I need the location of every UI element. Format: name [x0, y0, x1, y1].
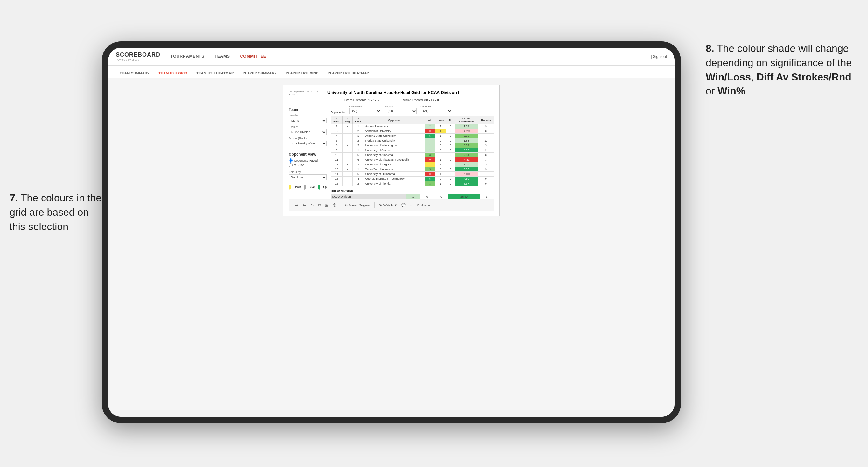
- table-row: 9 - 1 University of Arizona 1 0 0 9.00 2: [331, 148, 494, 153]
- last-updated-text: Last Updated: 27/03/2024: [288, 90, 318, 93]
- watch-btn[interactable]: 👁 Watch ▼: [379, 203, 398, 207]
- cell-loss: 1: [435, 124, 446, 129]
- cell-tie: 0: [446, 124, 455, 129]
- cell-conf: 2: [352, 143, 364, 148]
- cell-rank: 13: [331, 167, 343, 172]
- cell-win: 2: [425, 124, 435, 129]
- ood-rounds: 3: [480, 194, 494, 199]
- school-select[interactable]: 1. University of Nort...: [288, 141, 327, 146]
- cell-tie: 0: [446, 177, 455, 181]
- cell-win: 0: [425, 129, 435, 134]
- copy-icon[interactable]: ⧉: [318, 202, 321, 208]
- grid-icon[interactable]: ⊞: [325, 203, 329, 208]
- sign-out[interactable]: | Sign out: [651, 54, 667, 59]
- table-row: 11 - 6 University of Arkansas, Fayettevi…: [331, 157, 494, 162]
- legend-level-label: Level: [309, 185, 316, 189]
- cell-diff: 1.67: [455, 124, 478, 129]
- cell-rounds: 9: [478, 181, 494, 186]
- view-original-btn[interactable]: ⊙ View: Original: [345, 203, 371, 207]
- cell-conf: 2: [352, 138, 364, 143]
- table-row: 12 - 3 University of Virginia 1 2 0 2.33…: [331, 162, 494, 167]
- colour-by-select[interactable]: Win/Loss: [288, 174, 327, 180]
- redo-icon[interactable]: ↪: [303, 203, 306, 208]
- conference-select[interactable]: (All): [349, 108, 381, 114]
- cell-reg: -: [343, 181, 352, 186]
- table-row: 15 - 4 Georgia Institute of Technology 5…: [331, 177, 494, 181]
- th-opponent: Opponent: [364, 116, 425, 124]
- refresh-icon[interactable]: ↻: [310, 203, 314, 208]
- cell-conf: 3: [352, 162, 364, 167]
- nav-teams[interactable]: TEAMS: [214, 54, 230, 59]
- cell-opponent: Vanderbilt University: [364, 129, 425, 134]
- cell-loss: 0: [435, 177, 446, 181]
- cell-loss: 0: [435, 143, 446, 148]
- cell-tie: 0: [446, 181, 455, 186]
- cell-loss: 0: [435, 153, 446, 157]
- cell-rounds: 3: [478, 162, 494, 167]
- subnav-player-summary[interactable]: PLAYER SUMMARY: [239, 69, 281, 78]
- content-wrapper: Team Gender Men's Division NCAA Division…: [288, 105, 494, 199]
- cell-reg: -: [343, 124, 352, 129]
- main-content: Last Updated: 27/03/2024 16:55:38 Univer…: [108, 78, 675, 417]
- subnav-team-h2h-grid[interactable]: TEAM H2H GRID: [155, 69, 191, 78]
- cell-rank: 9: [331, 148, 343, 153]
- undo-icon[interactable]: ↩: [295, 203, 299, 208]
- logo-text: SCOREBOARD: [116, 52, 160, 58]
- cell-reg: -: [343, 153, 352, 157]
- cell-diff: 5.56: [455, 167, 478, 172]
- view-icon: ⊙: [345, 203, 348, 207]
- cell-tie: 0: [446, 167, 455, 172]
- cell-conf: 2: [352, 129, 364, 134]
- th-reg: #Reg: [343, 116, 352, 124]
- cell-rank: 8: [331, 143, 343, 148]
- cell-tie: 0: [446, 157, 455, 162]
- nav-committee[interactable]: COMMITTEE: [240, 54, 266, 59]
- cell-win: 5: [425, 134, 435, 138]
- cell-loss: 0: [435, 148, 446, 153]
- cell-tie: 0: [446, 143, 455, 148]
- cell-rank: 14: [331, 172, 343, 177]
- cell-rank: 6: [331, 138, 343, 143]
- region-select[interactable]: (All): [385, 108, 417, 114]
- subnav-team-summary[interactable]: TEAM SUMMARY: [116, 69, 153, 78]
- cell-opponent: University of Florida: [364, 181, 425, 186]
- cell-conf: 6: [352, 157, 364, 162]
- subnav-player-h2h-grid[interactable]: PLAYER H2H GRID: [282, 69, 323, 78]
- clock-icon[interactable]: ⏱: [333, 203, 337, 208]
- bottom-toolbar: ↩ ↪ ↻ ⧉ ⊞ ⏱ ⊙ View: Original 👁 Watch ▼: [288, 199, 494, 211]
- cell-rounds: 9: [478, 124, 494, 129]
- cell-rounds: 9: [478, 167, 494, 172]
- cell-rounds: 2: [478, 148, 494, 153]
- subnav-player-h2h-heatmap[interactable]: PLAYER H2H HEATMAP: [324, 69, 373, 78]
- grid-options-btn[interactable]: ⊞: [409, 203, 412, 207]
- tablet-frame: SCOREBOARD Powered by clippd TOURNAMENTS…: [102, 41, 681, 423]
- cell-reg: -: [343, 162, 352, 167]
- th-tie: Tie: [446, 116, 455, 124]
- share-icon: ↗: [416, 203, 419, 207]
- cell-rank: 2: [331, 124, 343, 129]
- division-select[interactable]: NCAA Division I: [288, 129, 327, 135]
- table-row: 10 - 5 University of Alabama 3 0 0 2.61 …: [331, 153, 494, 157]
- cell-win: 3: [425, 153, 435, 157]
- nav-items: TOURNAMENTS TEAMS COMMITTEE: [170, 54, 651, 59]
- share-btn[interactable]: ↗ Share: [416, 203, 430, 207]
- table-row: 3 - 2 Vanderbilt University 0 4 0 -2.29 …: [331, 129, 494, 134]
- cell-reg: -: [343, 148, 352, 153]
- cell-win: 1: [425, 162, 435, 167]
- legend-up-label: Up: [323, 185, 327, 189]
- radio-opponents-played: Opponents Played Top 100: [288, 158, 327, 167]
- division-label: Division: [288, 125, 327, 128]
- cell-rank: 10: [331, 153, 343, 157]
- cell-loss: 2: [435, 138, 446, 143]
- cell-diff: -2.29: [455, 129, 478, 134]
- table-row: 8 - 2 University of Washington 1 0 0 3.6…: [331, 143, 494, 148]
- cell-rank: 4: [331, 134, 343, 138]
- gender-select[interactable]: Men's: [288, 118, 327, 123]
- team-section-title: Team: [288, 107, 327, 112]
- cell-loss: 2: [435, 162, 446, 167]
- th-loss: Loss: [435, 116, 446, 124]
- opponent-select[interactable]: (All): [421, 108, 453, 114]
- subnav-team-h2h-heatmap[interactable]: TEAM H2H HEATMAP: [192, 69, 238, 78]
- comment-btn[interactable]: 💬: [401, 203, 406, 207]
- nav-tournaments[interactable]: TOURNAMENTS: [170, 54, 204, 59]
